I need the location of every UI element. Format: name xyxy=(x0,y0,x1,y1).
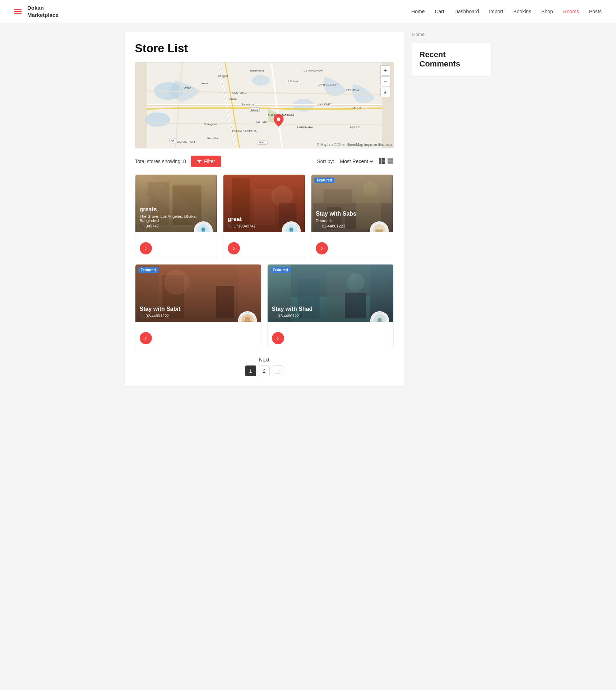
nav-posts[interactable]: Posts xyxy=(589,9,602,14)
filter-button[interactable]: Filter xyxy=(191,156,221,167)
store-grid-row1: greats The Grove, Los Angeles, Dhaka, Ba… xyxy=(135,174,394,258)
map-zoom-in[interactable]: + xyxy=(380,65,390,75)
hamburger-menu[interactable] xyxy=(14,9,22,14)
store-arrow-sabit[interactable]: › xyxy=(140,332,152,344)
svg-text:Rustompur: Rustompur xyxy=(250,69,264,72)
svg-text:N501: N501 xyxy=(251,108,258,111)
nav-bookins[interactable]: Bookins xyxy=(513,9,531,14)
logo-line2: Marketplace xyxy=(27,12,59,19)
svg-text:BARUA: BARUA xyxy=(351,106,361,110)
svg-point-55 xyxy=(201,227,205,232)
svg-text:Khagan: Khagan xyxy=(218,74,228,78)
store-name-sabit: Stay with Sabit xyxy=(140,306,257,312)
filter-bar: Total stores showing: 8 Filter Sort by: … xyxy=(135,156,394,167)
svg-rect-43 xyxy=(382,158,385,161)
svg-text:SECTOR 2: SECTOR 2 xyxy=(232,91,246,95)
svg-rect-45 xyxy=(382,161,385,164)
list-view-icon[interactable] xyxy=(387,158,394,165)
svg-rect-44 xyxy=(379,161,381,164)
filter-icon xyxy=(197,159,202,164)
nav-shop[interactable]: Shop xyxy=(541,9,553,14)
svg-text:UTTARA KHAN: UTTARA KHAN xyxy=(304,69,323,72)
svg-text:PORADIA: PORADIA xyxy=(346,88,359,92)
nav-cart[interactable]: Cart xyxy=(435,9,444,14)
nav-dashboard[interactable]: Dashboard xyxy=(454,9,479,14)
store-card-shad: Featured Stay with Shad 📞 02-44801221 › xyxy=(267,264,394,348)
pagination-next-label: Next xyxy=(259,357,269,363)
map-container: Savar Khagan Akran Rustompur UTTARA KHAN… xyxy=(135,62,394,148)
nav-rooms[interactable]: Rooms xyxy=(563,9,579,14)
svg-text:N5: N5 xyxy=(171,139,175,143)
featured-badge-shad: Featured xyxy=(270,267,291,273)
svg-point-62 xyxy=(289,227,293,232)
page-layout: Store List xyxy=(111,23,506,395)
svg-text:BERAID: BERAID xyxy=(349,126,360,129)
main-content: Store List xyxy=(125,32,404,386)
svg-text:BARIDHARA: BARIDHARA xyxy=(296,126,313,129)
page-next-arrow[interactable]: → xyxy=(273,365,283,376)
sidebar: Home Recent Comments xyxy=(412,32,491,386)
recent-comments-title: Recent Comments xyxy=(420,50,484,69)
featured-badge-sabit: Featured xyxy=(138,267,158,273)
main-nav: Home Cart Dashboard Import Bookins Shop … xyxy=(411,9,602,14)
sort-select[interactable]: Most Recent Oldest A-Z xyxy=(339,158,374,165)
svg-text:PALLABI: PALLABI xyxy=(255,121,267,124)
store-card-sabit: Featured Stay with Sabit 📞 02-44801222 › xyxy=(135,264,261,348)
grid-view-icon[interactable] xyxy=(379,158,385,165)
store-arrow-greats[interactable]: › xyxy=(140,242,152,254)
map-reset[interactable]: ▲ xyxy=(380,87,390,97)
svg-point-41 xyxy=(277,118,280,121)
stores-count: Total stores showing: 8 xyxy=(135,158,186,164)
svg-text:HEMAYETPUR: HEMAYETPUR xyxy=(175,140,195,143)
store-name-sabs: Stay with Sabs xyxy=(316,211,389,217)
store-arrow-shad[interactable]: › xyxy=(272,332,284,344)
nav-import[interactable]: Import xyxy=(489,9,503,14)
svg-text:BAUNIA: BAUNIA xyxy=(287,80,298,83)
svg-point-4 xyxy=(252,75,270,86)
svg-rect-46 xyxy=(388,158,393,160)
svg-point-81 xyxy=(245,317,250,322)
svg-text:Savar: Savar xyxy=(182,86,190,90)
svg-point-2 xyxy=(145,112,170,127)
pagination-area: Next 1 2 → xyxy=(135,357,394,376)
store-name-shad: Stay with Shad xyxy=(272,306,389,312)
svg-text:KHILKHET: KHILKHET xyxy=(318,103,332,106)
svg-text:Birulia: Birulia xyxy=(228,97,237,101)
store-arrow-sabs[interactable]: › xyxy=(316,242,328,254)
svg-text:N501: N501 xyxy=(259,141,266,144)
svg-text:Banagram: Banagram xyxy=(204,123,217,126)
nav-home[interactable]: Home xyxy=(411,9,425,14)
svg-rect-71 xyxy=(376,229,384,232)
map-copyright: © Mapbox © OpenStreetMap Improve this ma… xyxy=(317,143,392,147)
store-card-great: great 📞 1710949747 › xyxy=(223,174,305,258)
svg-text:Kaundia: Kaundia xyxy=(207,137,218,140)
sort-label: Sort by: xyxy=(317,158,334,164)
store-arrow-great[interactable]: › xyxy=(228,242,240,254)
pagination-numbers: 1 2 → xyxy=(245,365,283,376)
page-1[interactable]: 1 xyxy=(245,365,256,376)
page-2[interactable]: 2 xyxy=(259,365,270,376)
svg-point-91 xyxy=(378,318,382,322)
svg-text:LAAB COLONY: LAAB COLONY xyxy=(318,83,338,86)
store-card-greats: greats The Grove, Los Angeles, Dhaka, Ba… xyxy=(135,174,217,258)
svg-text:Sadullapur: Sadullapur xyxy=(241,103,255,106)
store-name-greats: greats xyxy=(140,206,213,213)
map-zoom-out[interactable]: − xyxy=(380,76,390,86)
featured-badge-sabs: Featured xyxy=(314,178,334,183)
svg-rect-42 xyxy=(379,158,381,161)
svg-rect-47 xyxy=(388,160,393,161)
store-card-sabs: Featured Stay with Sabs Denmark 📞 02-448… xyxy=(311,174,393,258)
svg-rect-48 xyxy=(388,162,393,164)
logo-line1: Dokan xyxy=(27,4,59,12)
svg-text:PURBA KAZIPARA: PURBA KAZIPARA xyxy=(232,129,256,133)
store-grid-row2: Featured Stay with Sabit 📞 02-44801222 › xyxy=(135,264,394,348)
breadcrumb-home[interactable]: Home xyxy=(412,32,425,37)
sidebar-widget: Recent Comments xyxy=(412,43,491,76)
logo: Dokan Marketplace xyxy=(27,4,59,18)
map-controls: + − ▲ xyxy=(380,65,390,97)
header: Dokan Marketplace Home Cart Dashboard Im… xyxy=(0,0,616,23)
page-title: Store List xyxy=(135,42,394,55)
svg-text:Akran: Akran xyxy=(202,82,209,85)
sidebar-breadcrumb: Home xyxy=(412,32,491,37)
